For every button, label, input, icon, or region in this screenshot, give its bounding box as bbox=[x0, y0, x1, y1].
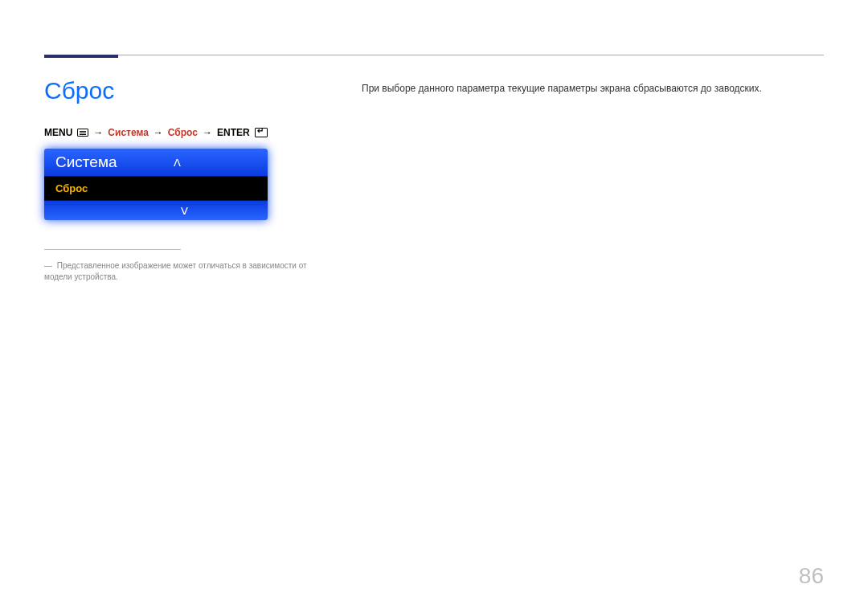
osd-menu-screenshot: Система ᐱ Сброс ᐯ bbox=[44, 149, 268, 220]
arrow-icon: → bbox=[203, 127, 212, 138]
page-number: 86 bbox=[799, 563, 824, 589]
breadcrumb-enter-label: ENTER bbox=[217, 127, 250, 138]
chevron-up-icon: ᐱ bbox=[174, 157, 181, 169]
footnote: ― Представленное изображение может отлич… bbox=[44, 260, 334, 283]
footnote-rule bbox=[44, 249, 181, 250]
breadcrumb-menu-label: MENU bbox=[44, 127, 72, 138]
osd-title: Система bbox=[55, 153, 117, 171]
page-title: Сброс bbox=[44, 77, 114, 104]
osd-footer: ᐯ bbox=[44, 201, 268, 220]
osd-selected-item: Сброс bbox=[44, 176, 268, 201]
breadcrumb-sistema: Система bbox=[108, 127, 149, 138]
osd-header: Система ᐱ bbox=[44, 149, 268, 176]
top-horizontal-rule bbox=[44, 55, 824, 55]
description-text: При выборе данного параметра текущие пар… bbox=[362, 83, 824, 94]
chevron-down-icon: ᐯ bbox=[181, 205, 188, 217]
arrow-icon: → bbox=[154, 127, 163, 138]
arrow-icon: → bbox=[93, 127, 103, 138]
footnote-dash: ― bbox=[44, 261, 52, 270]
footnote-text: Представленное изображение может отличат… bbox=[44, 261, 307, 281]
accent-bar bbox=[44, 55, 118, 58]
breadcrumb-sbros: Сброс bbox=[168, 127, 198, 138]
enter-icon bbox=[255, 128, 268, 137]
menu-icon bbox=[77, 129, 88, 137]
document-page: Сброс При выборе данного параметра текущ… bbox=[0, 0, 868, 613]
breadcrumb: MENU → Система → Сброс → ENTER bbox=[44, 127, 268, 138]
